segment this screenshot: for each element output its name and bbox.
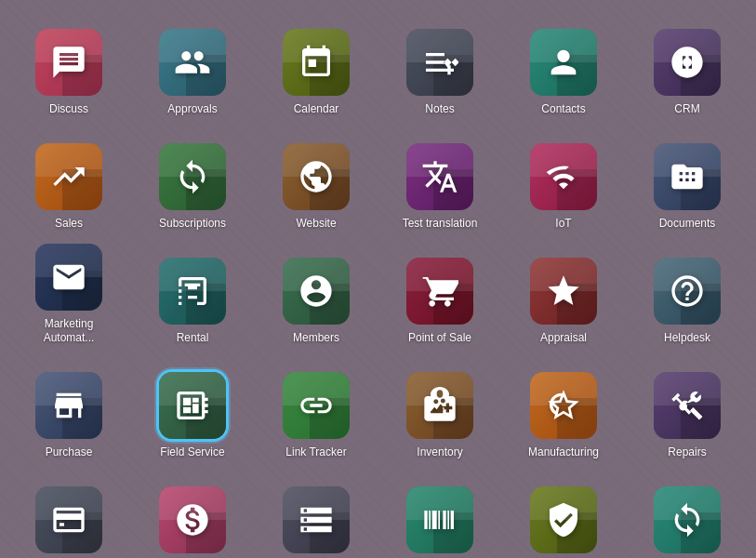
app-icon-manufacturing xyxy=(530,372,597,439)
app-item-iot[interactable]: IoT xyxy=(506,128,622,235)
app-grid: DiscussApprovalsCalendarNotesContactsCRM… xyxy=(7,9,750,558)
app-icon-iot xyxy=(530,143,597,210)
app-icon-members xyxy=(283,258,350,325)
app-icon-accounting xyxy=(35,486,102,553)
app-icon-approvals xyxy=(159,29,226,96)
app-label-test-translation: Test translation xyxy=(403,217,478,230)
app-icon-website xyxy=(283,143,350,210)
app-item-website[interactable]: Website xyxy=(259,128,375,235)
app-label-approvals: Approvals xyxy=(167,102,217,115)
app-label-calendar: Calendar xyxy=(294,102,339,115)
app-item-members[interactable]: Members xyxy=(259,243,375,350)
app-item-plm[interactable]: PLM xyxy=(630,472,746,558)
app-item-barcode[interactable]: Barcode xyxy=(382,472,498,558)
app-label-members: Members xyxy=(293,331,339,344)
app-label-rental: Rental xyxy=(177,331,209,344)
app-label-subscriptions: Subscriptions xyxy=(159,217,226,230)
app-item-payroll[interactable]: Payroll xyxy=(135,472,251,558)
app-label-website: Website xyxy=(296,217,336,230)
app-label-iot: IoT xyxy=(555,217,571,230)
app-item-sales[interactable]: Sales xyxy=(11,128,127,235)
app-icon-helpdesk xyxy=(654,258,721,325)
app-item-project[interactable]: Project xyxy=(259,472,375,558)
app-label-documents: Documents xyxy=(659,217,716,230)
app-label-crm: CRM xyxy=(674,102,699,115)
app-label-purchase: Purchase xyxy=(46,445,93,458)
app-label-field-service: Field Service xyxy=(160,445,224,458)
app-item-marketing-automation[interactable]: Marketing Automat... xyxy=(11,243,127,350)
app-icon-notes xyxy=(406,29,473,96)
app-icon-repairs xyxy=(654,372,721,439)
app-item-rental[interactable]: Rental xyxy=(135,243,251,350)
app-label-repairs: Repairs xyxy=(668,445,706,458)
app-item-discuss[interactable]: Discuss xyxy=(11,14,127,121)
app-item-quality[interactable]: Quality xyxy=(506,472,622,558)
app-item-inventory[interactable]: Inventory xyxy=(382,357,498,464)
app-item-repairs[interactable]: Repairs xyxy=(630,357,746,464)
app-item-helpdesk[interactable]: Helpdesk xyxy=(630,243,746,350)
svg-rect-1 xyxy=(60,523,64,525)
app-label-notes: Notes xyxy=(425,102,454,115)
app-item-accounting[interactable]: Accounting xyxy=(11,472,127,558)
app-item-crm[interactable]: CRM xyxy=(630,14,746,121)
app-icon-payroll xyxy=(159,486,226,553)
svg-point-0 xyxy=(683,58,692,67)
app-icon-test-translation xyxy=(406,143,473,210)
app-icon-quality xyxy=(530,486,597,553)
app-icon-appraisal xyxy=(530,258,597,325)
app-item-test-translation[interactable]: Test translation xyxy=(382,128,498,235)
app-label-link-tracker: Link Tracker xyxy=(285,445,346,458)
app-icon-purchase xyxy=(35,372,102,439)
app-icon-marketing-automation xyxy=(35,244,102,311)
app-item-purchase[interactable]: Purchase xyxy=(11,357,127,464)
app-icon-inventory xyxy=(406,372,473,439)
app-label-contacts: Contacts xyxy=(541,102,585,115)
app-label-point-of-sale: Point of Sale xyxy=(408,331,471,344)
app-item-contacts[interactable]: Contacts xyxy=(506,14,622,121)
app-icon-plm xyxy=(654,486,721,553)
app-item-subscriptions[interactable]: Subscriptions xyxy=(135,128,251,235)
app-icon-calendar xyxy=(283,29,350,96)
app-label-manufacturing: Manufacturing xyxy=(528,445,599,458)
app-label-sales: Sales xyxy=(55,217,83,230)
app-item-notes[interactable]: Notes xyxy=(382,14,498,121)
app-item-point-of-sale[interactable]: Point of Sale xyxy=(382,243,498,350)
app-item-field-service[interactable]: Field Service xyxy=(135,357,251,464)
app-icon-crm xyxy=(654,29,721,96)
app-icon-documents xyxy=(654,143,721,210)
app-item-manufacturing[interactable]: Manufacturing xyxy=(506,357,622,464)
app-item-documents[interactable]: Documents xyxy=(630,128,746,235)
app-label-marketing-automation: Marketing Automat... xyxy=(18,317,120,344)
app-icon-field-service xyxy=(159,372,226,439)
app-icon-subscriptions xyxy=(159,143,226,210)
app-icon-barcode xyxy=(406,486,473,553)
app-item-calendar[interactable]: Calendar xyxy=(259,14,375,121)
app-label-discuss: Discuss xyxy=(49,102,88,115)
app-item-appraisal[interactable]: Appraisal xyxy=(506,243,622,350)
app-label-inventory: Inventory xyxy=(417,445,462,458)
app-icon-contacts xyxy=(530,29,597,96)
app-icon-point-of-sale xyxy=(406,258,473,325)
app-icon-discuss xyxy=(35,29,102,96)
app-icon-rental xyxy=(159,258,226,325)
app-item-link-tracker[interactable]: Link Tracker xyxy=(259,357,375,464)
app-label-helpdesk: Helpdesk xyxy=(664,331,710,344)
app-icon-sales xyxy=(35,143,102,210)
app-item-approvals[interactable]: Approvals xyxy=(135,14,251,121)
app-icon-link-tracker xyxy=(283,372,350,439)
app-label-appraisal: Appraisal xyxy=(540,331,587,344)
app-icon-project xyxy=(283,486,350,553)
